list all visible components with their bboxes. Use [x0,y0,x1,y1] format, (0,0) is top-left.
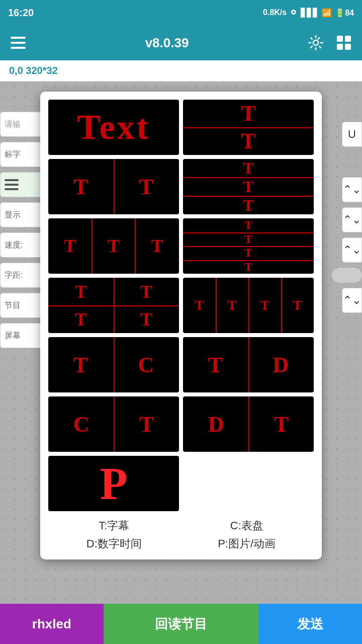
vline-10 [114,396,115,452]
cell-t18: T [140,309,152,330]
battery-icon: 🔋84 [335,8,354,18]
cell-t5: T [243,159,253,178]
status-right: 0.8K/s ⭘ ▋▋▋ 📶 🔋84 [263,8,354,18]
status-time: 16:20 [8,7,34,19]
cell-t1: T [241,101,255,126]
input-stub-6: 字距: [0,263,45,288]
svg-rect-6 [337,44,343,50]
app-version: v8.0.39 [145,35,189,51]
cell-p: P [100,458,128,510]
layout-cell-2x2[interactable]: T T T T [48,278,179,333]
status-speed: 0.8K/s [263,8,287,17]
layout-cell-tc[interactable]: T C [48,337,179,392]
legend-c: C:表盘 [230,518,263,533]
toggle-stub [332,268,362,283]
cell-t26: T [274,412,289,437]
legend-col-2: C:表盘 P:图片/动画 [218,518,276,551]
right-btn-4: ⌃⌄ [342,237,362,263]
cell-t20: T [227,297,237,313]
cell-5-content: T T T [48,218,179,274]
layout-cell-1col-4row[interactable]: T T T T [183,218,314,274]
cell-t22: T [293,297,302,313]
input-stub-7: 节目 [0,293,45,318]
status-bar: 16:20 0.8K/s ⭘ ▋▋▋ 📶 🔋84 [0,0,362,25]
right-stubs: U ⌃⌄ ⌃⌄ ⌃⌄ ⌃⌄ [342,122,362,318]
cell-4-content: T T T [183,159,314,214]
cell-t15: T [75,281,87,302]
app-bar-actions [307,34,353,52]
layout-grid: Text T T T T T [48,100,314,511]
vline-1 [114,159,115,214]
grid-icon[interactable] [335,34,353,52]
legend-t: T:字幕 [99,518,129,533]
svg-rect-8 [5,179,19,181]
svg-rect-10 [5,188,19,190]
coord-bar: 0,0 320*32 [0,60,362,82]
layout-cell-text[interactable]: Text [48,100,179,155]
layout-cell-1col-2row[interactable]: T T [183,100,314,155]
input-stub-5: 速度: [0,232,45,258]
right-btn-2: ⌃⌄ [342,177,362,202]
settings-icon[interactable] [307,34,325,52]
svg-rect-2 [11,47,26,49]
layout-cell-2col-1row[interactable]: T T [48,159,179,214]
legend-p: P:图片/动画 [218,536,276,551]
input-stub-8: 屏幕 [0,323,45,348]
cell-t25: T [139,412,154,437]
layout-cell-1col-3row[interactable]: T T T [183,159,314,214]
input-stub-4: 显示 [0,202,45,227]
btn-send[interactable]: 发送 [258,604,362,644]
cell-t2: T [241,128,255,154]
btn-read-program[interactable]: 回读节目 [104,604,259,644]
svg-rect-0 [11,37,26,39]
cell-t4: T [139,174,153,200]
input-stub-1: 请输 [0,112,45,137]
input-stub-2: 标字 [0,142,45,167]
bottom-bar: rhxled 回读节目 发送 [0,604,362,644]
btn-rhxled[interactable]: rhxled [0,604,104,644]
menu-icon[interactable] [9,34,27,52]
vline-4 [114,278,115,333]
cell-t12: T [244,232,252,246]
cell-t21: T [260,297,269,313]
cell-6-content: T T T T [183,218,314,274]
svg-point-3 [313,40,318,45]
layout-cell-p[interactable]: P [48,456,179,511]
cell-c2: C [73,412,89,437]
bluetooth-icon: ⭘ [290,8,298,17]
legend-d: D:数字时间 [86,536,142,551]
vline-5 [216,278,217,333]
cell-t7: T [243,196,253,214]
right-btn-1: U [342,122,362,147]
vline-8 [114,337,115,392]
vline-3 [135,218,136,274]
cell-t6: T [243,178,253,196]
svg-rect-9 [5,184,19,186]
main-background: 请输 标字 显示 速度: 字距: 节目 屏幕 U ⌃⌄ ⌃⌄ ⌃⌄ ⌃⌄ Tex… [0,82,362,604]
cell-t17: T [75,309,87,330]
vline-6 [248,278,249,333]
coord-text: 0,0 320*32 [9,65,58,76]
left-inputs: 请输 标字 显示 速度: 字距: 节目 屏幕 [0,112,45,353]
layout-cell-ct[interactable]: C T [48,396,179,452]
vline-9 [248,337,249,392]
layout-cell-dt[interactable]: D T [183,396,314,452]
legend: T:字幕 D:数字时间 C:表盘 P:图片/动画 [48,518,314,551]
svg-rect-4 [337,36,343,42]
vline-7 [281,278,282,333]
layout-cell-td[interactable]: T D [183,337,314,392]
svg-rect-5 [345,36,351,42]
layout-cell-4col-1row[interactable]: T T T T [183,278,314,333]
app-bar: v8.0.39 [0,25,362,60]
legend-col-1: T:字幕 D:数字时间 [86,518,142,551]
input-stub-3 [0,172,45,197]
vline-11 [248,396,249,452]
cell-t23: T [73,352,88,378]
cell-t13: T [244,246,252,260]
cell-t8: T [64,235,76,257]
signal-icon: ▋▋▋ [301,8,319,18]
right-btn-3: ⌃⌄ [342,207,362,232]
wifi-icon: 📶 [322,8,332,18]
layout-cell-3col-1row[interactable]: T T T [48,218,179,274]
cell-t10: T [151,235,163,257]
